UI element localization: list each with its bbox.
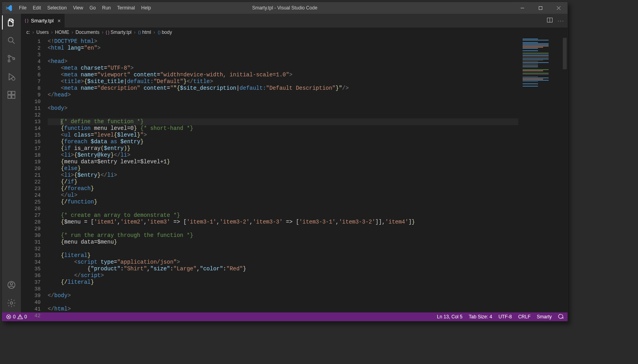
svg-point-5 (12, 77, 15, 80)
svg-point-12 (10, 302, 13, 304)
vertical-scrollbar[interactable] (562, 37, 568, 312)
line-number-gutter: 1234567891011121314151617181920212223242… (21, 37, 48, 312)
menu-terminal[interactable]: Terminal (114, 2, 138, 14)
accounts-icon[interactable] (6, 279, 17, 290)
menu-help[interactable]: Help (138, 2, 154, 14)
code-content[interactable]: <!DOCTYPE html><html lang="en"><head> <m… (48, 37, 518, 312)
smarty-symbol-icon: { } (106, 30, 109, 35)
breadcrumb[interactable]: c:› Users› HOME› Documents› { }Smarty.tp… (21, 28, 568, 37)
source-control-icon[interactable] (6, 53, 17, 64)
svg-rect-0 (539, 6, 542, 9)
extensions-icon[interactable] (6, 89, 17, 100)
tab-label: Smarty.tpl (31, 18, 54, 24)
main-row: { } Smarty.tpl × ··· c:› Users› HOME› Do… (2, 14, 568, 312)
tab-bar: { } Smarty.tpl × ··· (21, 14, 568, 28)
crumb-drive[interactable]: c: (26, 30, 30, 35)
maximize-button[interactable] (531, 2, 549, 14)
crumb-file[interactable]: { }Smarty.tpl (106, 30, 132, 35)
smarty-file-icon: { } (25, 18, 28, 23)
window-controls (513, 2, 568, 14)
menu-file[interactable]: File (16, 2, 30, 14)
svg-rect-8 (12, 95, 15, 98)
menu-bar: File Edit Selection View Go Run Terminal… (16, 2, 154, 14)
status-language[interactable]: Smarty (537, 314, 552, 320)
tab-smarty[interactable]: { } Smarty.tpl × (21, 14, 65, 28)
editor[interactable]: 1234567891011121314151617181920212223242… (21, 37, 568, 312)
svg-point-11 (10, 283, 13, 285)
activity-bar (2, 14, 21, 312)
explorer-icon[interactable] (6, 17, 17, 28)
menu-view[interactable]: View (70, 2, 86, 14)
run-debug-icon[interactable] (6, 71, 17, 82)
svg-point-1 (8, 37, 13, 42)
menu-edit[interactable]: Edit (30, 2, 44, 14)
status-encoding[interactable]: UTF-8 (499, 314, 512, 320)
svg-point-2 (8, 55, 10, 57)
editor-group: { } Smarty.tpl × ··· c:› Users› HOME› Do… (21, 14, 568, 312)
crumb-home[interactable]: HOME (55, 30, 69, 35)
crumb-body[interactable]: ⟨⟩body (158, 30, 172, 35)
svg-rect-6 (8, 91, 11, 94)
close-button[interactable] (549, 2, 568, 14)
tab-close-icon[interactable]: × (57, 18, 61, 24)
svg-point-3 (8, 60, 10, 62)
crumb-documents[interactable]: Documents (76, 30, 100, 35)
vscode-window: File Edit Selection View Go Run Terminal… (2, 2, 568, 322)
crumb-users[interactable]: Users (36, 30, 48, 35)
vscode-logo-icon (2, 5, 16, 11)
brackets-icon: ⟨⟩ (158, 30, 161, 35)
search-icon[interactable] (6, 35, 17, 46)
split-editor-icon[interactable] (547, 17, 553, 24)
svg-rect-9 (12, 91, 15, 94)
status-feedback-icon[interactable] (558, 314, 564, 320)
svg-point-4 (13, 58, 15, 60)
status-tab-size[interactable]: Tab Size: 4 (469, 314, 492, 320)
menu-selection[interactable]: Selection (44, 2, 70, 14)
status-bar: 0 0 Ln 13, Col 5 Tab Size: 4 UTF-8 CRLF … (2, 312, 568, 321)
minimize-button[interactable] (513, 2, 531, 14)
svg-rect-7 (8, 95, 11, 98)
minimap[interactable] (518, 37, 562, 312)
title-bar: File Edit Selection View Go Run Terminal… (2, 2, 568, 14)
brackets-icon: ⟨⟩ (138, 30, 141, 35)
menu-go[interactable]: Go (86, 2, 99, 14)
scrollbar-thumb[interactable] (563, 38, 567, 69)
settings-gear-icon[interactable] (6, 297, 17, 309)
status-eol[interactable]: CRLF (518, 314, 530, 320)
menu-run[interactable]: Run (99, 2, 114, 14)
more-actions-icon[interactable]: ··· (558, 18, 564, 24)
crumb-html[interactable]: ⟨⟩html (138, 30, 151, 35)
status-cursor-position[interactable]: Ln 13, Col 5 (437, 314, 463, 320)
